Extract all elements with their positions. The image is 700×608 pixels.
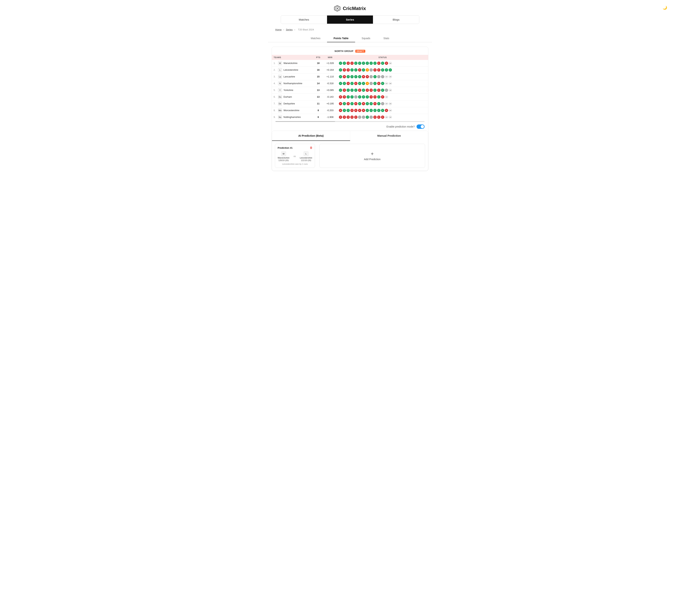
status-icon: ✓ [369,62,373,65]
status-icon: ✕ [373,68,376,72]
status-icon: 14 [389,109,392,112]
status-icon: ✓ [347,95,350,99]
team-status: ✕✕✓✓−✓✓✓✕✕✓✕14 [337,93,428,100]
team-logo: De [278,102,282,106]
status-icon: ✕ [369,95,373,99]
team-logo: No [278,115,282,119]
status-icon: ✕ [362,109,365,112]
table-row: 7. De Derbyshire 11+0.195✕✓✕✓✕✓✕✓✓✕✓−131… [272,100,428,107]
team-status: ✕✓✓✕✕✕✕✓✓✓✓✓✕14 [337,107,428,114]
status-icon: ✓ [362,89,365,92]
sub-tab-matches[interactable]: Matches [304,35,327,42]
table-row: 4. N Northamptonshire 14-0.318✓✓✕✓✕✓✓✕−✓… [272,80,428,87]
status-icon: ✕ [381,95,384,99]
team-nrr: -0.143 [323,93,337,100]
table-row: 1. W Warwickshire 18+1.028✓✓✕✕✓✓✓✓✓✓✕✓✕1… [272,60,428,67]
status-icon: ✕ [373,115,376,119]
nav-matches[interactable]: Matches [281,16,327,24]
status-icon: ✕ [362,75,365,78]
pred-team-2-name: Leicestershire [300,157,312,159]
status-icon: ✓ [362,95,365,99]
points-table: TEAMS PTS NRR STATUS 1. W Warwickshire 1… [272,55,428,120]
group-header: NORTH GROUP DRAFT [272,47,428,55]
team-status: ✓✕✓✓✓✓✕✕−✓−−1314 [337,73,428,80]
status-icon: ✓ [377,95,381,99]
status-icon: ✓ [339,68,342,72]
nav-blogs[interactable]: Blogs [373,16,419,24]
prediction-content: Prediction #1 🗑 W Warwickshire 120/10 (2… [275,144,425,168]
status-icon: ✓ [358,62,361,65]
status-icon: ✕ [347,115,350,119]
team-rank: 4. [274,82,277,85]
status-icon: ✕ [354,82,357,85]
status-icon: ✕ [369,89,373,92]
status-icon: ✓ [358,102,361,105]
status-icon: 13 [385,82,388,85]
points-table-card: NORTH GROUP DRAFT TEAMS PTS NRR STATUS 1… [272,46,428,171]
team-nrr: +0.085 [323,87,337,93]
svg-point-2 [337,8,338,9]
status-icon: ✓ [350,75,354,78]
draft-badge: DRAFT [355,50,366,53]
status-icon: ✕ [385,109,388,112]
status-icon: ✓ [339,82,342,85]
status-icon: ✕ [343,68,346,72]
table-scroll[interactable]: TEAMS PTS NRR STATUS 1. W Warwickshire 1… [272,55,428,120]
col-status: STATUS [337,55,428,60]
add-prediction-button[interactable]: + Add Prediction [319,144,425,168]
prediction-section: AI Prediction (Beta) Manual Prediction P… [272,131,428,171]
team-rank: 6. [274,96,277,98]
team-name: Derbyshire [283,102,295,105]
dark-mode-icon[interactable]: 🌙 [663,5,667,10]
status-icon: ✓ [373,62,376,65]
team-status: ✓✓✕✓✕✓✓✕−✓✕✓1314 [337,80,428,87]
prediction-toggle-switch[interactable] [417,125,425,129]
status-icon: ✓ [358,75,361,78]
prediction-toggle-bar: Enable prediction mode? [272,122,428,131]
site-title: CricMatrix [343,6,366,11]
status-icon: ✓ [377,109,381,112]
status-icon: ✕ [366,68,369,72]
status-icon: ✕ [343,95,346,99]
nav-series[interactable]: Series [327,16,373,24]
status-icon: ✓ [350,89,354,92]
status-icon: 14 [389,62,392,65]
team-name: Yorkshire [283,89,293,92]
col-nrr: NRR [323,55,337,60]
status-icon: ✕ [354,102,357,105]
status-icon: ✓ [381,89,384,92]
team-nrr: -1.908 [323,114,337,120]
team-name: Lancashire [283,75,295,78]
status-icon: ✓ [339,75,342,78]
pred-tab-ai[interactable]: AI Prediction (Beta) [272,131,350,141]
status-icon: ✓ [350,102,354,105]
pred-tab-manual[interactable]: Manual Prediction [350,131,428,141]
status-icon: ✓ [369,109,373,112]
status-icon: ✕ [358,89,361,92]
sub-tab-squads[interactable]: Squads [355,35,377,42]
team-pts: 15 [313,73,323,80]
status-icon: 14 [389,82,392,85]
status-icon: − [381,75,384,78]
table-row: 9. No Nottinghamshire 6-1.908✕✕✕✕✕−−✓−✕✕… [272,114,428,120]
status-icon: ✓ [369,102,373,105]
status-icon: − [377,75,381,78]
sub-tab-stats[interactable]: Stats [377,35,396,42]
status-icon: ✕ [347,62,350,65]
status-icon: 14 [389,102,392,105]
breadcrumb-home[interactable]: Home [275,28,282,31]
team-name: Leicestershire [283,69,298,71]
main-content: NORTH GROUP DRAFT TEAMS PTS NRR STATUS 1… [268,46,432,183]
status-icon: ✓ [354,62,357,65]
status-icon: 14 [389,115,392,119]
status-icon: − [369,75,373,78]
status-icon: ✓ [362,82,365,85]
breadcrumb-series[interactable]: Series [286,28,293,31]
delete-prediction-button[interactable]: 🗑 [310,146,313,149]
team-status: ✕✕✕✕✕−−✓−✕✕✕1314 [337,114,428,120]
status-icon: ✕ [354,115,357,119]
sub-tab-points-table[interactable]: Points Table [327,35,355,42]
pred-team-1: W Warwickshire 120/10 (20) [278,151,290,162]
team-rank: 1. [274,62,277,64]
status-icon: − [369,68,373,72]
